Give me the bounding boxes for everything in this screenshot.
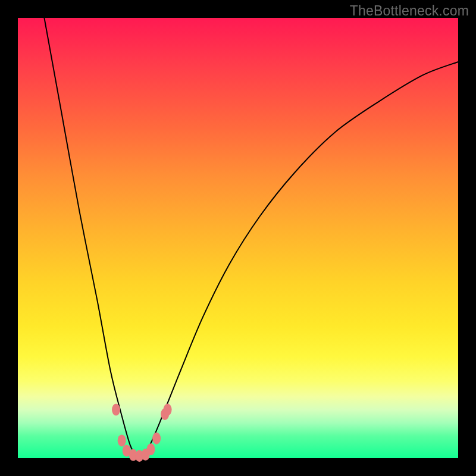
- watermark-text: TheBottleneck.com: [350, 3, 469, 19]
- curve-marker: [152, 433, 161, 444]
- curve-marker: [146, 443, 155, 455]
- curve-marker: [112, 404, 120, 416]
- bottleneck-curve: [44, 18, 458, 458]
- curve-marker: [164, 404, 172, 416]
- curve-marker: [118, 434, 126, 446]
- chart-svg-layer: [18, 18, 458, 458]
